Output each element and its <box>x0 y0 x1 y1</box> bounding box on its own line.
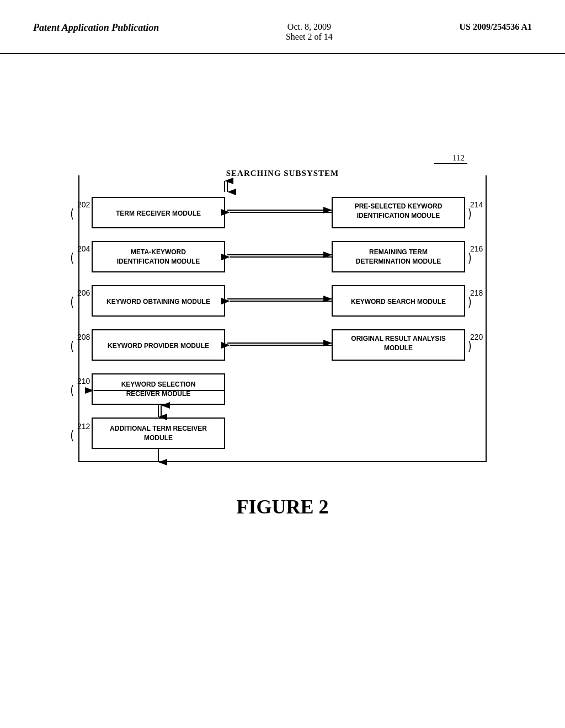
ref-112: 112 <box>452 153 465 163</box>
sheet-label: Sheet 2 of 14 <box>286 32 333 42</box>
searching-subsystem-box: SEARCHING SUBSYSTEM <box>78 175 487 462</box>
patent-number: US 2009/254536 A1 <box>459 22 532 32</box>
page-header: Patent Application Publication Oct. 8, 2… <box>0 0 565 54</box>
searching-subsystem-label: SEARCHING SUBSYSTEM <box>79 169 486 178</box>
date-label: Oct. 8, 2009 <box>286 22 333 32</box>
diagram-container: 112 SEARCHING SUBSYSTEM TERM RECEIVER MO… <box>67 153 498 473</box>
diagram-area: 112 SEARCHING SUBSYSTEM TERM RECEIVER MO… <box>0 54 565 518</box>
figure-label: FIGURE 2 <box>236 495 328 518</box>
header-center: Oct. 8, 2009 Sheet 2 of 14 <box>286 22 333 42</box>
ref-112-line <box>434 163 467 164</box>
publication-label: Patent Application Publication <box>33 22 159 34</box>
